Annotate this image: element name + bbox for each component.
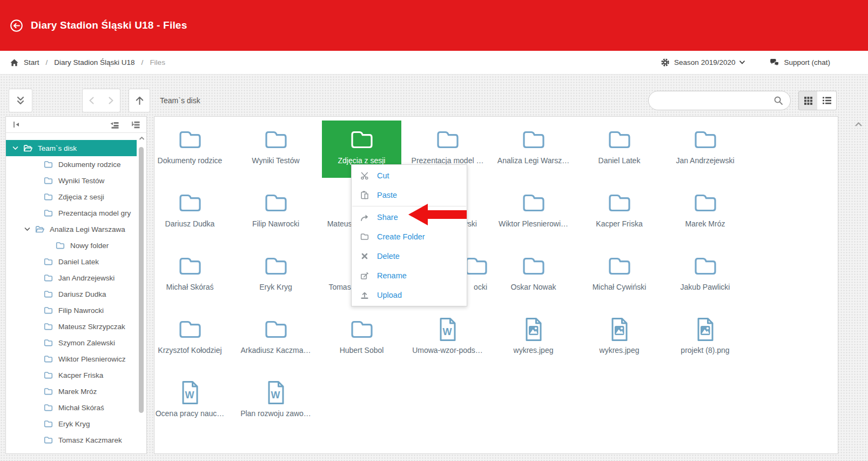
context-menu-item[interactable]: Delete bbox=[352, 246, 467, 266]
tree-item[interactable]: Michał Skóraś bbox=[6, 399, 137, 416]
chevron-down-icon[interactable] bbox=[33, 405, 39, 410]
grid-item[interactable]: Jakub Pawlicki bbox=[662, 247, 748, 310]
grid-item[interactable]: Arkadiusz Kaczma… bbox=[233, 310, 319, 373]
folder-icon bbox=[607, 129, 633, 150]
context-menu-item[interactable]: Rename bbox=[352, 266, 467, 285]
grid-item[interactable]: wykres.jpeg bbox=[490, 310, 576, 373]
grid-item[interactable]: Eryk Kryg bbox=[233, 247, 319, 310]
grid-item[interactable]: Michał Cywiński bbox=[576, 247, 662, 310]
grid-item[interactable]: W Ocena pracy nauc… bbox=[147, 373, 233, 437]
home-icon[interactable] bbox=[10, 58, 19, 67]
grid-item[interactable]: Wiktor Plesnierowi… bbox=[490, 184, 576, 247]
chevron-down-icon[interactable] bbox=[33, 389, 39, 393]
grid-item[interactable]: W Plan rozwoju zawo… bbox=[233, 373, 319, 437]
grid-item[interactable]: Michał Skóraś bbox=[147, 247, 233, 310]
support-chat-button[interactable]: Support (chat) bbox=[770, 58, 830, 66]
breadcrumb-team[interactable]: Diary Stadion Śląski U18 bbox=[54, 58, 134, 66]
chevron-down-icon[interactable] bbox=[45, 243, 51, 248]
grid-item[interactable]: Krzysztof Kołodziej bbox=[147, 310, 233, 373]
chevron-down-icon[interactable] bbox=[33, 292, 39, 296]
chevron-down-icon[interactable] bbox=[33, 340, 39, 345]
grid-item[interactable]: Oskar Nowak bbox=[490, 247, 576, 310]
grid-item[interactable]: Daniel Latek bbox=[576, 121, 662, 184]
tree-item[interactable]: Nowy folder bbox=[6, 237, 137, 253]
grid-item[interactable]: Marek Mróz bbox=[662, 184, 748, 247]
sidebar-scrollbar[interactable] bbox=[138, 136, 145, 451]
tree-item[interactable]: Jan Andrzejewski bbox=[6, 270, 137, 286]
grid-item[interactable]: Analiza Legi Warsz… bbox=[490, 121, 576, 184]
expand-all-icon[interactable] bbox=[131, 121, 140, 129]
season-selector[interactable]: Season 2019/2020 bbox=[661, 58, 745, 67]
search-icon[interactable] bbox=[773, 96, 783, 105]
grid-item[interactable]: Dariusz Dudka bbox=[147, 184, 233, 247]
tree-item[interactable]: Mateusz Skrzypczak bbox=[6, 318, 137, 335]
collapse-panel-icon[interactable] bbox=[12, 121, 21, 129]
folder-icon bbox=[692, 256, 718, 277]
grid-item[interactable]: Kacper Friska bbox=[576, 184, 662, 247]
folder-icon bbox=[44, 209, 53, 217]
chevron-down-icon[interactable] bbox=[33, 422, 39, 426]
context-menu-item[interactable]: Cut bbox=[352, 166, 467, 185]
tree-item[interactable]: Dariusz Dudka bbox=[6, 286, 137, 302]
history-forward-button[interactable] bbox=[101, 89, 120, 112]
chevron-down-icon[interactable] bbox=[33, 324, 39, 329]
chevron-down-icon[interactable] bbox=[33, 162, 39, 166]
grid-item[interactable]: wykres.jpeg bbox=[576, 310, 662, 373]
grid-item[interactable]: Dokumenty rodzice bbox=[147, 121, 233, 184]
tree-item[interactable]: Filip Nawrocki bbox=[6, 302, 137, 318]
history-back-button[interactable] bbox=[82, 89, 102, 112]
chevron-down-icon[interactable] bbox=[33, 259, 39, 264]
grid-item[interactable]: W Umowa-wzor-pods… bbox=[405, 310, 490, 373]
tree-item[interactable]: Wyniki Testów bbox=[6, 172, 137, 189]
chevron-right-icon bbox=[106, 95, 116, 106]
tree-item[interactable]: Kacper Friska bbox=[6, 367, 137, 383]
chevron-down-icon[interactable] bbox=[33, 178, 39, 183]
folder-tree-panel: Team`s disk Dokumenty rodzice Wyniki Tes… bbox=[5, 116, 147, 454]
chevron-down-icon[interactable] bbox=[33, 211, 39, 215]
tree-item[interactable]: Wiktor Plesnierowicz bbox=[6, 351, 137, 367]
grid-item-tile: Jakub Pawlicki bbox=[665, 247, 745, 304]
grid-item-label: Jan Andrzejewski bbox=[676, 156, 734, 165]
tree-item[interactable]: Tomasz Kaczmarek bbox=[6, 432, 137, 448]
grid-view-button[interactable] bbox=[798, 91, 818, 110]
tree-item[interactable]: Prezentacja model gry bbox=[6, 205, 137, 221]
list-view-button[interactable] bbox=[817, 91, 837, 110]
chevron-down-icon[interactable] bbox=[33, 357, 39, 361]
scrollbar-thumb[interactable] bbox=[139, 147, 144, 413]
tree-item[interactable]: Eryk Kryg bbox=[6, 416, 137, 432]
grid-item[interactable]: Jan Andrzejewski bbox=[662, 121, 748, 184]
page-scroll-up-icon[interactable] bbox=[854, 122, 863, 127]
chevron-down-icon[interactable] bbox=[33, 195, 39, 199]
tree-item[interactable]: Zdjęcia z sesji bbox=[6, 189, 137, 205]
collapse-all-icon[interactable] bbox=[110, 121, 119, 129]
chevron-down-icon[interactable] bbox=[33, 438, 39, 442]
tree-item[interactable]: Daniel Latek bbox=[6, 253, 137, 270]
tree-item[interactable]: Szymon Zalewski bbox=[6, 335, 137, 351]
grid-item-tile: Filip Nawrocki bbox=[236, 184, 315, 241]
chevron-down-icon[interactable] bbox=[33, 308, 39, 312]
expand-panel-button[interactable] bbox=[9, 89, 32, 112]
context-menu-item[interactable]: Paste bbox=[352, 185, 467, 205]
grid-item[interactable]: Filip Nawrocki bbox=[233, 184, 319, 247]
back-icon[interactable] bbox=[9, 18, 24, 33]
context-menu-item[interactable]: Create Folder bbox=[352, 227, 467, 246]
chevron-down-icon[interactable] bbox=[12, 146, 19, 150]
chevron-down-icon[interactable] bbox=[24, 227, 31, 231]
toolbar: Team`s disk bbox=[0, 75, 868, 116]
grid-item[interactable]: projekt (8).png bbox=[662, 310, 748, 373]
share-icon bbox=[360, 213, 369, 222]
search-input[interactable] bbox=[656, 96, 773, 105]
grid-item[interactable]: Wyniki Testów bbox=[233, 121, 319, 184]
context-menu-item[interactable]: Upload bbox=[352, 285, 467, 305]
go-up-button[interactable] bbox=[129, 89, 150, 112]
tree-item[interactable]: Analiza Legi Warszawa bbox=[6, 221, 137, 237]
chevron-down-icon[interactable] bbox=[33, 276, 39, 280]
grid-item-label: wykres.jpeg bbox=[600, 346, 640, 355]
grid-item[interactable]: Hubert Sobol bbox=[319, 310, 405, 373]
tree-item[interactable]: Dokumenty rodzice bbox=[6, 156, 137, 172]
tree-item[interactable]: Marek Mróz bbox=[6, 383, 137, 399]
tree-item[interactable]: Team`s disk bbox=[6, 140, 137, 156]
breadcrumb-start[interactable]: Start bbox=[24, 58, 39, 66]
scroll-up-icon[interactable] bbox=[138, 136, 145, 141]
chevron-down-icon[interactable] bbox=[33, 373, 39, 377]
